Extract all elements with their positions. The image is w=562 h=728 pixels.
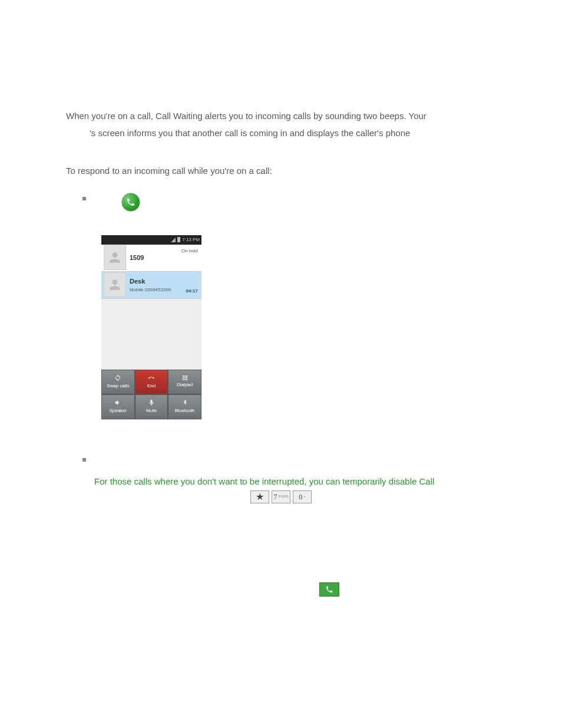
mute-label: Mute	[146, 407, 157, 414]
key-seven-sub: PQRS	[278, 494, 288, 499]
bullet-item-2	[66, 454, 496, 462]
dialpad-icon	[183, 375, 187, 380]
call-screen-body	[101, 299, 201, 370]
call-button-icon	[319, 582, 339, 597]
paragraph-1b: 's screen informs you that another call …	[66, 126, 496, 140]
dialpad-keys: ★ 7PQRS 0+	[66, 490, 496, 503]
key-star: ★	[250, 490, 269, 503]
dialpad-label: Dialpad	[177, 381, 193, 388]
bullet-marker	[82, 197, 86, 200]
speaker-button[interactable]: Speaker	[101, 394, 135, 419]
bluetooth-label: Bluetooth	[175, 407, 195, 414]
tip-text: For those calls where you don't want to …	[66, 475, 496, 488]
bullet-marker	[82, 458, 86, 462]
swap-calls-button[interactable]: Swap calls	[101, 370, 135, 394]
swap-calls-label: Swap calls	[107, 383, 129, 390]
key-seven: 7PQRS	[272, 490, 290, 503]
end-call-label: End	[147, 383, 156, 390]
key-zero-sub: +	[303, 494, 306, 499]
answer-call-icon	[121, 193, 140, 212]
signal-icon	[171, 238, 176, 242]
hold-status: On hold	[181, 248, 198, 255]
call-on-hold-row: 1509 On hold	[101, 245, 201, 272]
key-seven-digit: 7	[273, 492, 277, 503]
status-time: 7:13 PM	[182, 236, 200, 243]
in-call-buttons: Swap calls End Dialpad Speaker Mute Blue…	[101, 370, 201, 419]
battery-icon	[177, 237, 180, 242]
dialpad-button[interactable]: Dialpad	[168, 370, 201, 394]
speaker-label: Speaker	[109, 407, 127, 414]
paragraph-1: When you're on a call, Call Waiting aler…	[66, 109, 496, 123]
active-caller-name: Desk	[130, 276, 198, 286]
status-bar: 7:13 PM	[101, 235, 201, 245]
active-call-duration: 04:17	[186, 288, 198, 295]
call-screen-screenshot: 7:13 PM 1509 On hold Desk Mobile 0269453…	[101, 235, 201, 420]
end-call-button[interactable]: End	[135, 370, 168, 394]
active-call-row: Desk Mobile 0269453369 04:17	[101, 272, 201, 299]
avatar-icon	[104, 245, 126, 270]
key-zero: 0+	[293, 490, 312, 503]
bullet-item-1	[66, 193, 496, 212]
avatar-icon	[104, 272, 126, 297]
key-zero-digit: 0	[299, 492, 302, 503]
paragraph-2: To respond to an incoming call while you…	[66, 164, 496, 177]
mute-button[interactable]: Mute	[135, 394, 168, 419]
bluetooth-button[interactable]: Bluetooth	[168, 394, 201, 419]
